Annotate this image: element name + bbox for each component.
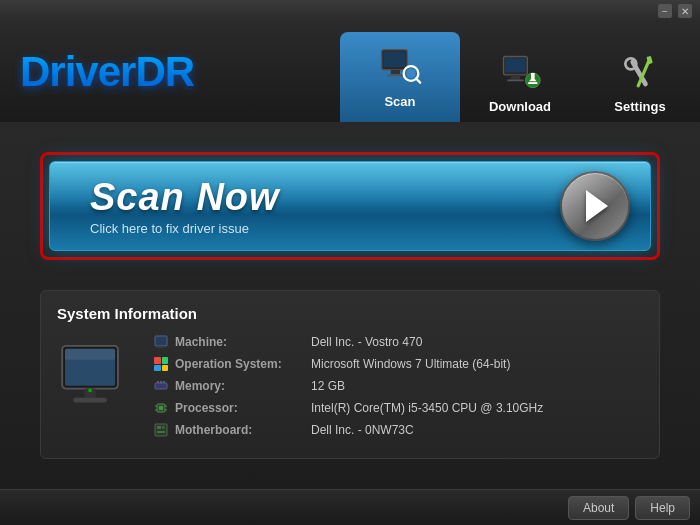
svg-line-6 [416,78,420,82]
tab-download[interactable]: Download [460,42,580,122]
memory-label: Memory: [175,379,305,393]
scan-btn-title: Scan Now [90,176,280,219]
table-row: Operation System: Microsoft Windows 7 Ul… [153,356,643,372]
help-label: Help [650,501,675,515]
tab-scan[interactable]: Scan [340,32,460,122]
about-label: About [583,501,614,515]
table-row: Machine: Dell Inc. - Vostro 470 [153,334,643,350]
svg-rect-30 [163,381,165,383]
svg-rect-9 [511,74,520,79]
tab-settings[interactable]: Settings [580,42,700,122]
svg-rect-2 [391,69,400,74]
svg-point-24 [88,389,92,393]
about-button[interactable]: About [568,496,629,520]
monitor-icon [57,334,137,444]
memory-icon [153,378,169,394]
arrow-icon [586,190,608,222]
tab-download-label: Download [489,99,551,114]
motherboard-label: Motherboard: [175,423,305,437]
os-icon [153,356,169,372]
svg-rect-38 [157,426,161,429]
svg-rect-37 [155,424,167,436]
memory-value: 12 GB [311,379,345,393]
processor-icon [153,400,169,416]
svg-rect-10 [507,79,524,81]
machine-icon [153,334,169,350]
processor-label: Processor: [175,401,305,415]
svg-rect-21 [65,349,115,360]
settings-tab-icon [618,51,662,95]
motherboard-value: Dell Inc. - 0NW73C [311,423,414,437]
svg-rect-1 [384,51,406,67]
svg-rect-27 [155,383,167,389]
logo: DriverDR [20,48,194,96]
content-area: Scan Now Click here to fix driver issue … [0,122,700,489]
nav-tabs: Scan Download [340,22,700,122]
minimize-button[interactable]: − [658,4,672,18]
header: DriverDR [0,22,700,122]
svg-rect-23 [73,398,106,403]
scan-now-wrapper: Scan Now Click here to fix driver issue [40,152,660,260]
svg-rect-32 [159,406,163,410]
os-label: Operation System: [175,357,305,371]
tab-settings-label: Settings [614,99,665,114]
tab-scan-label: Scan [384,94,415,109]
svg-point-5 [406,68,415,77]
svg-rect-13 [531,73,535,79]
svg-rect-40 [157,431,165,433]
os-value: Microsoft Windows 7 Ultimate (64-bit) [311,357,510,371]
scan-btn-arrow-circle [560,171,630,241]
machine-label: Machine: [175,335,305,349]
download-tab-icon [498,51,542,95]
svg-rect-14 [528,82,537,84]
table-row: Memory: 12 GB [153,378,643,394]
svg-rect-8 [505,58,525,72]
table-row: Processor: Intel(R) Core(TM) i5-3450 CPU… [153,400,643,416]
main-window: DriverDR [0,22,700,525]
close-button[interactable]: ✕ [678,4,692,18]
system-info-panel: System Information [40,290,660,459]
scan-btn-subtitle: Click here to fix driver issue [90,221,280,236]
svg-rect-28 [157,381,159,383]
scan-btn-text: Scan Now Click here to fix driver issue [90,176,280,236]
svg-rect-25 [155,336,167,346]
machine-value: Dell Inc. - Vostro 470 [311,335,422,349]
footer: About Help [0,489,700,525]
svg-rect-3 [387,74,404,76]
system-details: Machine: Dell Inc. - Vostro 470 [153,334,643,444]
motherboard-icon [153,422,169,438]
logo-text: DriverDR [20,48,194,96]
help-button[interactable]: Help [635,496,690,520]
title-bar: − ✕ [0,0,700,22]
svg-rect-26 [157,346,165,348]
processor-value: Intel(R) Core(TM) i5-3450 CPU @ 3.10GHz [311,401,543,415]
table-row: Motherboard: Dell Inc. - 0NW73C [153,422,643,438]
system-info-title: System Information [57,305,643,322]
scan-now-button[interactable]: Scan Now Click here to fix driver issue [49,161,651,251]
svg-rect-29 [160,381,162,383]
scan-tab-icon [378,46,422,90]
svg-rect-39 [162,426,165,429]
